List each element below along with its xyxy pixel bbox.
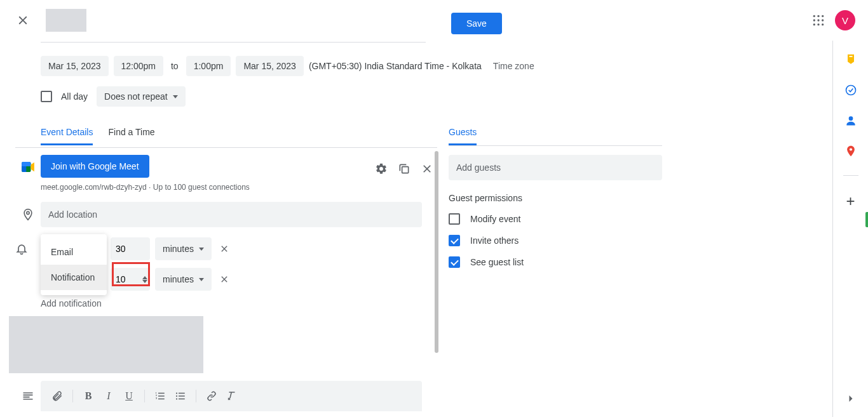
- add-notification-link[interactable]: Add notification: [41, 298, 437, 308]
- event-title-placeholder[interactable]: [46, 9, 86, 32]
- all-day-label: All day: [61, 91, 88, 102]
- toolbar-divider: [144, 390, 145, 402]
- svg-point-2: [822, 15, 824, 17]
- numbered-list-icon[interactable]: [151, 387, 169, 405]
- left-panel-scrollbar[interactable]: [435, 151, 438, 354]
- stepper-up-icon[interactable]: [142, 276, 147, 279]
- remove-notification-1[interactable]: [217, 241, 232, 256]
- meet-settings-icon[interactable]: [374, 161, 389, 176]
- account-avatar[interactable]: V: [835, 10, 855, 30]
- dropdown-option-email[interactable]: Email: [41, 239, 107, 265]
- google-apps-icon[interactable]: [812, 14, 825, 29]
- svg-point-12: [176, 395, 177, 397]
- save-button[interactable]: Save: [451, 13, 502, 34]
- google-meet-icon: [15, 155, 41, 173]
- perm-invite-label: Invite others: [470, 235, 519, 246]
- timezone-link[interactable]: Time zone: [493, 61, 534, 71]
- stepper-down-icon[interactable]: [142, 280, 147, 283]
- svg-point-7: [817, 23, 819, 25]
- notification-unit-label-2: minutes: [163, 274, 194, 284]
- join-google-meet-button[interactable]: Join with Google Meet: [41, 155, 149, 178]
- start-date-chip[interactable]: Mar 15, 2023: [41, 56, 109, 76]
- svg-point-6: [813, 23, 815, 25]
- svg-point-10: [27, 211, 29, 214]
- insert-link-icon[interactable]: [203, 387, 220, 405]
- notification-unit-select-1[interactable]: minutes: [155, 237, 212, 260]
- all-day-checkbox[interactable]: [41, 91, 52, 102]
- rail-active-indicator: [865, 212, 868, 227]
- attach-file-icon[interactable]: [48, 387, 66, 405]
- maps-icon[interactable]: [844, 145, 857, 157]
- underline-icon[interactable]: U: [120, 387, 138, 405]
- collapse-side-panel-icon[interactable]: [844, 392, 857, 407]
- svg-point-17: [849, 148, 851, 150]
- guest-permissions-title: Guest permissions: [449, 193, 662, 203]
- perm-modify-checkbox[interactable]: [449, 213, 460, 225]
- meet-link-info: meet.google.com/rwb-dzyh-zyd · Up to 100…: [41, 183, 250, 192]
- notification-bell-icon: [15, 242, 28, 257]
- bold-icon[interactable]: B: [79, 387, 97, 405]
- remove-notification-2[interactable]: [217, 272, 232, 287]
- guests-divider: [449, 145, 662, 146]
- italic-icon[interactable]: I: [100, 387, 118, 405]
- perm-invite-checkbox[interactable]: [449, 235, 460, 246]
- end-time-chip[interactable]: 1:00pm: [186, 56, 231, 76]
- perm-see-checkbox[interactable]: [449, 256, 460, 268]
- repeat-label: Does not repeat: [104, 91, 168, 102]
- close-button[interactable]: [15, 13, 31, 28]
- bulleted-list-icon[interactable]: [172, 387, 189, 405]
- svg-point-16: [848, 116, 853, 121]
- svg-point-15: [846, 86, 855, 95]
- notification-type-dropdown: Email Notification: [41, 234, 107, 295]
- toolbar-divider: [72, 390, 73, 402]
- svg-point-3: [813, 19, 815, 21]
- get-addons-icon[interactable]: +: [846, 194, 855, 209]
- tab-divider: [15, 147, 437, 148]
- remove-meet-icon[interactable]: [419, 161, 435, 176]
- timezone-info: (GMT+05:30) India Standard Time - Kolkat…: [309, 61, 482, 71]
- notification-unit-label-1: minutes: [163, 244, 194, 254]
- caret-down-icon: [199, 248, 204, 251]
- contacts-icon[interactable]: [844, 114, 857, 127]
- to-label: to: [168, 61, 181, 71]
- description-icon: [15, 381, 41, 402]
- clear-formatting-icon[interactable]: [223, 387, 241, 405]
- start-time-chip[interactable]: 12:00pm: [114, 56, 163, 76]
- tab-find-a-time[interactable]: Find a Time: [108, 127, 154, 145]
- placeholder-block: [9, 316, 203, 373]
- tasks-icon[interactable]: [844, 84, 857, 96]
- rail-divider: [843, 175, 858, 176]
- svg-point-4: [817, 19, 819, 21]
- notification-unit-select-2[interactable]: minutes: [155, 268, 212, 291]
- svg-point-1: [817, 15, 819, 17]
- toolbar-divider: [196, 390, 196, 402]
- add-guests-input[interactable]: [449, 155, 662, 180]
- location-icon: [15, 202, 41, 221]
- svg-point-5: [822, 19, 824, 21]
- svg-rect-9: [402, 167, 409, 173]
- repeat-dropdown[interactable]: Does not repeat: [97, 86, 186, 107]
- keep-icon[interactable]: [844, 53, 857, 66]
- svg-point-0: [813, 15, 815, 17]
- caret-down-icon: [173, 95, 178, 98]
- svg-point-8: [822, 23, 824, 25]
- svg-point-13: [176, 398, 177, 399]
- copy-meet-link-icon[interactable]: [397, 161, 412, 176]
- guests-tab[interactable]: Guests: [449, 127, 477, 145]
- perm-see-label: See guest list: [470, 257, 524, 267]
- caret-down-icon: [199, 278, 204, 281]
- tab-event-details[interactable]: Event Details: [41, 127, 93, 145]
- svg-rect-14: [849, 56, 852, 57]
- end-date-chip[interactable]: Mar 15, 2023: [236, 56, 304, 76]
- perm-modify-label: Modify event: [470, 214, 520, 224]
- title-divider: [41, 42, 426, 43]
- svg-point-11: [176, 392, 177, 394]
- location-input[interactable]: [41, 202, 422, 227]
- notification-value-1[interactable]: [111, 237, 150, 260]
- dropdown-option-notification[interactable]: Notification: [41, 265, 107, 290]
